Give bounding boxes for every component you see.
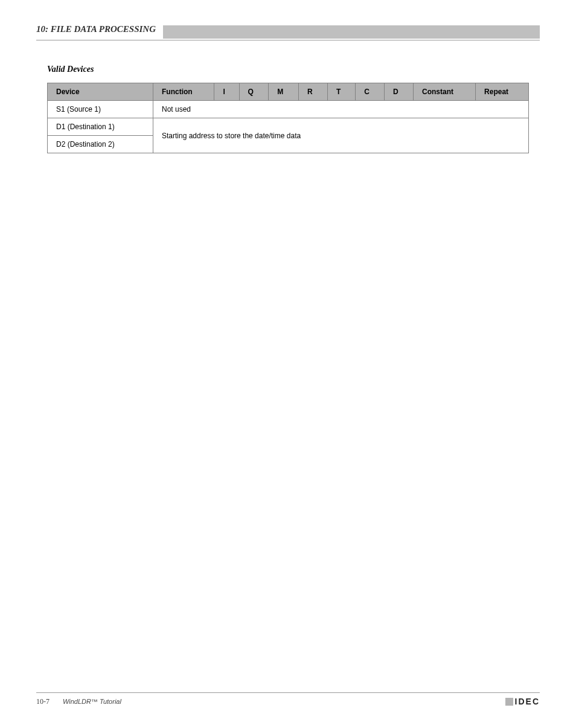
table-row: S1 (Source 1) Not used xyxy=(48,101,529,118)
table-header-row: Device Function I Q M R T C D Constant R… xyxy=(48,83,529,101)
brand-logo: IDEC xyxy=(505,697,540,706)
col-m: M xyxy=(269,83,299,101)
chapter-label: 10: FILE DATA PROCESSING xyxy=(36,24,163,34)
col-q: Q xyxy=(239,83,269,101)
table-row: D1 (Destination 1) Starting address to s… xyxy=(48,118,529,136)
cell-device: D2 (Destination 2) xyxy=(48,136,153,153)
col-t: T xyxy=(327,83,355,101)
col-constant: Constant xyxy=(414,83,476,101)
col-repeat: Repeat xyxy=(476,83,529,101)
logo-square-icon xyxy=(505,698,513,706)
logo-text: IDEC xyxy=(515,697,540,706)
col-device: Device xyxy=(48,83,153,101)
manual-title: WindLDR™ Tutorial xyxy=(63,698,121,705)
cell-function: Not used xyxy=(153,101,529,118)
col-r: R xyxy=(298,83,327,101)
page-header: 10: FILE DATA PROCESSING xyxy=(36,24,540,40)
section-title: Valid Devices xyxy=(47,65,529,74)
col-c: C xyxy=(356,83,385,101)
col-function: Function xyxy=(153,83,214,101)
footer-left: 10-7 WindLDR™ Tutorial xyxy=(36,697,121,706)
valid-devices-table: Device Function I Q M R T C D Constant R… xyxy=(47,83,529,153)
cell-device: D1 (Destination 1) xyxy=(48,118,153,136)
header-banner xyxy=(163,25,540,39)
col-d: D xyxy=(385,83,414,101)
page-footer: 10-7 WindLDR™ Tutorial IDEC xyxy=(36,692,540,706)
cell-device: S1 (Source 1) xyxy=(48,101,153,118)
cell-function-merged: Starting address to store the date/time … xyxy=(153,118,529,153)
page-number: 10-7 xyxy=(36,697,50,706)
col-i: I xyxy=(214,83,239,101)
